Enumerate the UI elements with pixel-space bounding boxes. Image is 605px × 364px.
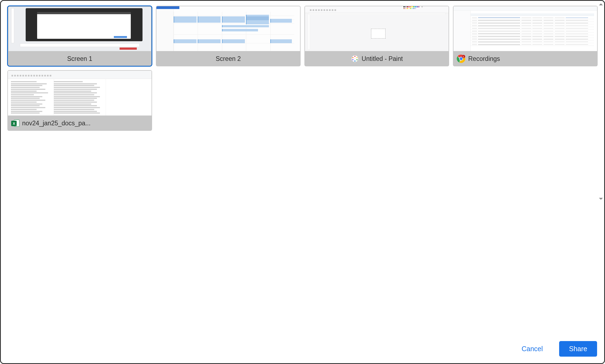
excel-icon: X — [11, 119, 19, 127]
svg-point-10 — [460, 57, 463, 60]
source-tile-excel[interactable]: X nov24_jan25_docs_pa... — [7, 70, 152, 131]
tile-label: Screen 2 — [216, 55, 241, 63]
svg-point-1 — [354, 56, 355, 57]
tile-caption: Screen 2 — [156, 51, 301, 66]
tile-label: Recordings — [468, 55, 500, 63]
tile-label: Untitled - Paint — [362, 55, 403, 63]
sources-grid-container: Screen 1 — [1, 1, 604, 339]
svg-point-4 — [354, 60, 355, 61]
thumbnail-screen-2 — [156, 6, 300, 51]
tile-caption: X nov24_jan25_docs_pa... — [7, 116, 152, 131]
sources-grid: Screen 1 — [7, 6, 598, 131]
tile-label: Screen 1 — [67, 55, 92, 63]
thumbnail-recordings — [453, 6, 597, 51]
thumbnail-excel — [8, 71, 152, 116]
source-tile-recordings[interactable]: L Recordings — [453, 6, 598, 66]
svg-point-5 — [352, 59, 353, 60]
tile-caption: Untitled - Paint — [304, 51, 449, 66]
svg-point-7 — [354, 58, 356, 60]
thumbnail-paint — [305, 6, 449, 51]
chrome-icon: L — [457, 54, 465, 63]
source-tile-screen-1[interactable]: Screen 1 — [7, 6, 152, 66]
dialog-footer: Cancel Share — [1, 339, 604, 363]
share-picker-dialog: Screen 1 — [0, 0, 605, 364]
source-tile-paint[interactable]: Untitled - Paint — [304, 6, 449, 66]
svg-point-3 — [356, 59, 357, 60]
source-tile-screen-2[interactable]: Screen 2 — [156, 6, 301, 66]
share-button[interactable]: Share — [559, 341, 597, 357]
cancel-button[interactable]: Cancel — [513, 341, 551, 357]
svg-point-2 — [356, 57, 357, 58]
svg-point-6 — [352, 57, 353, 58]
tile-label: nov24_jan25_docs_pa... — [22, 120, 91, 127]
tile-caption: L Recordings — [453, 51, 598, 66]
svg-text:L: L — [463, 55, 464, 58]
paint-icon — [351, 55, 359, 63]
tile-caption: Screen 1 — [7, 51, 152, 66]
thumbnail-screen-1 — [8, 7, 151, 51]
